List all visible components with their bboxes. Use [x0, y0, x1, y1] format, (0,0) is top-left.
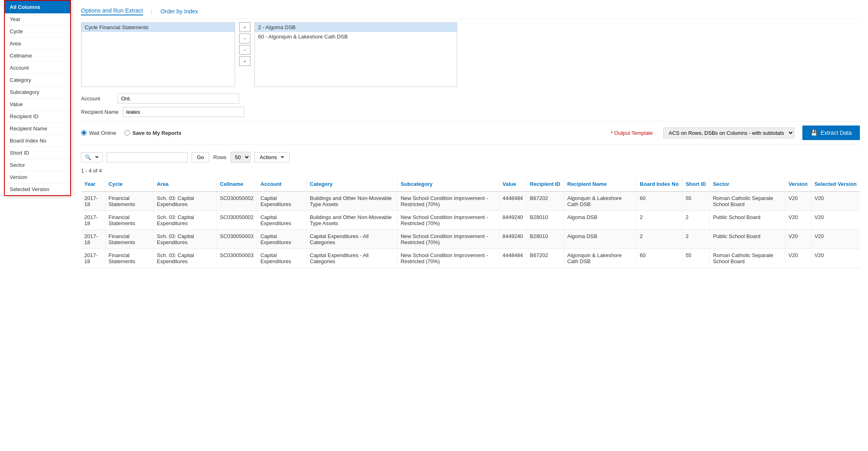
dropdown-header-all-columns[interactable]: All Columns: [5, 1, 70, 13]
dropdown-item-recipient-id[interactable]: Recipient ID: [5, 111, 70, 123]
cell-cycle: Financial Statements: [105, 211, 153, 230]
search-toggle-button[interactable]: 🔍: [81, 152, 103, 162]
cell-value: 4448484: [499, 191, 526, 211]
rows-select[interactable]: 50: [231, 152, 250, 163]
extract-data-button[interactable]: 💾 Extract Data: [802, 126, 860, 140]
wait-online-radio[interactable]: [81, 130, 87, 136]
cell-sector: Roman Catholic Separate School Board: [710, 191, 785, 211]
dropdown-item-selected-version[interactable]: Selected Version: [5, 183, 70, 195]
table-row: 2017-18Financial StatementsSch. 03: Capi…: [81, 249, 860, 268]
dropdown-item-cellname[interactable]: Cellname: [5, 50, 70, 62]
cycle-selected-list[interactable]: 2 - Algoma DSB 60 - Algonquin & Lakeshor…: [254, 22, 457, 87]
output-template-select[interactable]: ACS on Rows, DSBs on Columns - with subt…: [663, 128, 794, 138]
options-row: Options and Run Extract | Order by Index: [81, 4, 860, 19]
cycle-filter-item[interactable]: Cycle Financial Statements: [81, 23, 235, 32]
transfer-left-btn[interactable]: ‹: [239, 45, 250, 55]
dropdown-item-value[interactable]: Value: [5, 98, 70, 111]
cell-sector: Public School Board: [710, 211, 785, 230]
cell-recipient-id: B28010: [526, 230, 564, 249]
cell-cellname: SC030050003: [216, 249, 257, 268]
col-year[interactable]: Year: [81, 177, 105, 191]
account-label: Account: [81, 96, 113, 102]
cell-category: Capital Expenditures - All Categories: [306, 249, 397, 268]
order-by-index-link[interactable]: Order by Index: [160, 8, 198, 15]
cell-year: 2017-18: [81, 249, 105, 268]
search-input[interactable]: [107, 152, 188, 162]
transfer-all-left-btn[interactable]: «: [239, 56, 250, 66]
table-row: 2017-18Financial StatementsSch. 03: Capi…: [81, 230, 860, 249]
cell-version: V20: [785, 230, 811, 249]
dropdown-item-subcategory[interactable]: Subcategory: [5, 86, 70, 98]
dropdown-item-recipient-name[interactable]: Recipient Name: [5, 123, 70, 135]
extract-label: Extract Data: [821, 130, 852, 136]
cell-area: Sch. 03: Capital Expenditures: [154, 230, 217, 249]
col-cycle[interactable]: Cycle: [105, 177, 153, 191]
cell-short-id: 2: [682, 230, 710, 249]
cell-year: 2017-18: [81, 191, 105, 211]
cell-cellname: SC030050002: [216, 211, 257, 230]
cell-recipient-name: Algoma DSB: [564, 211, 636, 230]
cell-account: Capital Expenditures: [257, 211, 306, 230]
cell-short-id: 55: [682, 249, 710, 268]
transfer-all-right-btn[interactable]: »: [239, 22, 250, 32]
cell-selected-version: V20: [811, 230, 860, 249]
cell-value: 4448484: [499, 249, 526, 268]
dropdown-item-sector[interactable]: Sector: [5, 159, 70, 171]
col-short-id[interactable]: Short ID: [682, 177, 710, 191]
col-recipient-name[interactable]: Recipient Name: [564, 177, 636, 191]
account-input[interactable]: [118, 94, 239, 104]
cell-subcategory: New School Condition Improvement - Restr…: [397, 230, 499, 249]
cycle-selected-item-1[interactable]: 2 - Algoma DSB: [255, 23, 457, 32]
col-selected-version[interactable]: Selected Version: [811, 177, 860, 191]
options-run-extract-link[interactable]: Options and Run Extract: [81, 7, 143, 15]
cell-short-id: 2: [682, 211, 710, 230]
cell-value: 8449240: [499, 211, 526, 230]
cell-selected-version: V20: [811, 191, 860, 211]
recipient-name-input[interactable]: [123, 107, 244, 117]
dropdown-item-category[interactable]: Category: [5, 74, 70, 86]
cell-recipient-name: Algonquin & Lakeshore Cath DSB: [564, 191, 636, 211]
col-category[interactable]: Category: [306, 177, 397, 191]
actions-button[interactable]: Actions: [254, 152, 290, 162]
cycle-selected-item-2[interactable]: 60 - Algonquin & Lakeshore Cath DSB: [255, 32, 457, 41]
dropdown-item-short-id[interactable]: Short ID: [5, 147, 70, 159]
save-to-reports-label[interactable]: Save to My Reports: [124, 130, 182, 136]
col-value[interactable]: Value: [499, 177, 526, 191]
cycle-filter-list[interactable]: Cycle Financial Statements: [81, 22, 235, 87]
col-account[interactable]: Account: [257, 177, 306, 191]
dropdown-item-account[interactable]: Account: [5, 62, 70, 74]
save-to-reports-text: Save to My Reports: [133, 130, 182, 136]
cell-sector: Roman Catholic Separate School Board: [710, 249, 785, 268]
cell-sector: Public School Board: [710, 230, 785, 249]
cell-subcategory: New School Condition Improvement - Restr…: [397, 191, 499, 211]
col-version[interactable]: Version: [785, 177, 811, 191]
cell-recipient-name: Algoma DSB: [564, 230, 636, 249]
dropdown-item-year[interactable]: Year: [5, 13, 70, 26]
cell-category: Buildings and Other Non-Moveable Type As…: [306, 211, 397, 230]
cell-cellname: SC030050002: [216, 191, 257, 211]
search-icon: 🔍: [85, 154, 92, 160]
transfer-right-btn[interactable]: ›: [239, 34, 250, 43]
cell-board-index-no: 2: [636, 211, 682, 230]
col-cellname[interactable]: Cellname: [216, 177, 257, 191]
cell-cycle: Financial Statements: [105, 249, 153, 268]
dropdown-item-board-index-no[interactable]: Board Index No: [5, 135, 70, 147]
col-area[interactable]: Area: [154, 177, 217, 191]
dropdown-item-area[interactable]: Area: [5, 38, 70, 50]
go-button[interactable]: Go: [192, 152, 209, 162]
col-subcategory[interactable]: Subcategory: [397, 177, 499, 191]
save-to-reports-radio[interactable]: [124, 130, 130, 136]
cell-version: V20: [785, 249, 811, 268]
wait-online-label[interactable]: Wait Online: [81, 130, 116, 136]
cell-account: Capital Expenditures: [257, 191, 306, 211]
cell-account: Capital Expenditures: [257, 249, 306, 268]
col-recipient-id[interactable]: Recipient ID: [526, 177, 564, 191]
col-board-index-no[interactable]: Board Index No: [636, 177, 682, 191]
col-sector[interactable]: Sector: [710, 177, 785, 191]
cell-board-index-no: 60: [636, 191, 682, 211]
dropdown-item-version[interactable]: Version: [5, 171, 70, 183]
output-template-label: * Output Template: [611, 130, 653, 136]
cell-category: Capital Expenditures - All Categories: [306, 230, 397, 249]
dropdown-item-cycle[interactable]: Cycle: [5, 26, 70, 38]
cell-selected-version: V20: [811, 249, 860, 268]
